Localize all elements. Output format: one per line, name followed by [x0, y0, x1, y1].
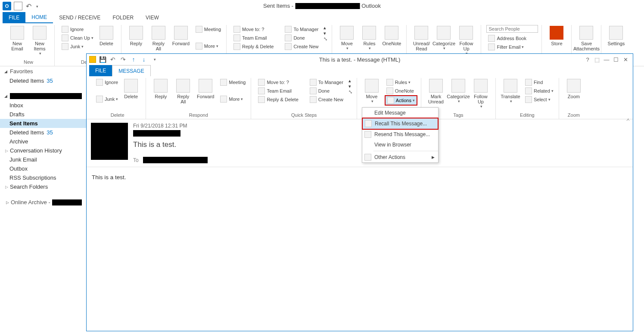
folder-archive[interactable]: Archive: [0, 137, 86, 146]
folder-rss[interactable]: RSS Subscriptions: [0, 173, 86, 182]
msg-junk-button[interactable]: Junk: [94, 95, 120, 103]
rules-button[interactable]: Rules: [358, 25, 380, 51]
store-button[interactable]: Store: [546, 25, 567, 47]
qa-customize[interactable]: [150, 56, 158, 63]
msg-delete-button[interactable]: Delete: [120, 78, 142, 100]
qs-done[interactable]: Done: [283, 34, 320, 42]
msg-qs-done[interactable]: Done: [308, 87, 345, 95]
msg-mark-unread-button[interactable]: Mark Unread: [425, 78, 447, 105]
search-people-input[interactable]: [486, 25, 538, 33]
favorites-deleted-items[interactable]: Deleted Items35: [0, 76, 86, 85]
menu-view-in-browser[interactable]: View in Browser: [362, 140, 438, 150]
redo-icon[interactable]: ↷: [119, 56, 127, 63]
qs-down[interactable]: ▾: [323, 31, 328, 36]
send-receive-qa-icon[interactable]: [14, 2, 22, 10]
msg-tab-file[interactable]: FILE: [89, 65, 112, 76]
msg-more-respond-button[interactable]: More: [218, 95, 247, 103]
reply-all-button[interactable]: Reply All: [148, 25, 169, 52]
folder-search-folders[interactable]: ▷Search Folders: [0, 182, 86, 191]
tab-send-receive[interactable]: SEND / RECEIVE: [53, 12, 106, 23]
unread-read-button[interactable]: Unread/ Read: [411, 25, 432, 52]
qs-team-email[interactable]: Team Email: [232, 34, 275, 42]
next-item-icon[interactable]: ↓: [140, 56, 148, 63]
followup-button[interactable]: Follow Up: [455, 25, 477, 56]
menu-resend-message[interactable]: Resend This Message...: [362, 129, 438, 140]
filter-email-button[interactable]: Filter Email: [486, 43, 538, 51]
tab-view[interactable]: VIEW: [140, 12, 165, 23]
msg-tab-message[interactable]: MESSAGE: [112, 65, 150, 76]
online-archive-header[interactable]: ▷Online Archive -: [0, 197, 86, 207]
forward-button[interactable]: Forward: [170, 25, 192, 47]
msg-categorize-button[interactable]: Categorize: [448, 78, 469, 104]
categorize-button[interactable]: Categorize: [433, 25, 454, 51]
minimize-button[interactable]: —: [602, 56, 611, 63]
delete-button[interactable]: Delete: [96, 25, 117, 47]
address-book-button[interactable]: Address Book: [486, 34, 538, 43]
favorites-header[interactable]: ◢Favorites: [0, 66, 86, 76]
folder-outbox[interactable]: Outbox: [0, 164, 86, 173]
menu-recall-message[interactable]: Recall This Message...: [362, 118, 439, 130]
undo-icon[interactable]: ↶: [109, 56, 117, 63]
ribbon-collapse-button[interactable]: ㅅ: [626, 117, 630, 123]
msg-onenote-button[interactable]: OneNote: [385, 87, 417, 95]
msg-forward-button[interactable]: Forward: [195, 78, 216, 100]
close-button[interactable]: ✕: [621, 56, 630, 63]
save-attachments-button[interactable]: Save Attachments: [576, 25, 597, 52]
related-button[interactable]: Related: [523, 87, 555, 95]
find-button[interactable]: Find: [523, 78, 555, 87]
msg-followup-button[interactable]: Follow Up: [470, 78, 492, 109]
move-button[interactable]: Move: [336, 25, 358, 51]
folder-drafts[interactable]: Drafts: [0, 110, 86, 119]
account-header[interactable]: ◢: [0, 91, 86, 101]
new-email-button[interactable]: New Email: [6, 25, 28, 52]
more-respond-button[interactable]: More: [194, 42, 223, 50]
zoom-button[interactable]: Zoom: [563, 78, 585, 100]
msg-actions-button[interactable]: Actions: [385, 95, 417, 106]
tab-folder[interactable]: FOLDER: [106, 12, 140, 23]
msg-meeting-button[interactable]: Meeting: [218, 78, 247, 87]
msg-qs-create-new[interactable]: Create New: [308, 95, 345, 104]
folder-sent-items[interactable]: Sent Items: [0, 119, 86, 128]
meeting-button[interactable]: Meeting: [194, 25, 223, 34]
qs-reply-delete[interactable]: Reply & Delete: [232, 42, 275, 51]
msg-reply-all-button[interactable]: Reply All: [172, 78, 194, 105]
msg-qs-reply-delete[interactable]: Reply & Delete: [256, 95, 300, 104]
translate-button[interactable]: Translate: [500, 78, 521, 104]
onenote-button[interactable]: OneNote: [381, 25, 402, 47]
msg-move-button[interactable]: Move: [361, 78, 383, 104]
msg-ignore-button[interactable]: Ignore: [94, 78, 120, 87]
cleanup-button[interactable]: Clean Up: [60, 34, 95, 42]
qs-to-manager[interactable]: To Manager: [283, 25, 320, 34]
msg-qs-team-email[interactable]: Team Email: [256, 87, 300, 95]
settings-button[interactable]: Settings: [605, 25, 627, 47]
menu-other-actions[interactable]: Other Actions▶: [362, 152, 438, 162]
msg-qs-expand[interactable]: ⤡: [348, 89, 353, 95]
maximize-button[interactable]: ☐: [611, 56, 621, 63]
msg-qs-to-manager[interactable]: To Manager: [308, 78, 345, 87]
undo-dropdown[interactable]: [35, 3, 38, 9]
folder-junk-email[interactable]: Junk Email: [0, 155, 86, 164]
msg-reply-button[interactable]: Reply: [150, 78, 171, 100]
qs-up[interactable]: ▴: [323, 25, 328, 31]
tab-home[interactable]: HOME: [25, 12, 53, 23]
save-icon[interactable]: 💾: [99, 56, 106, 63]
menu-edit-message[interactable]: Edit Message: [362, 108, 438, 118]
msg-qs-move-to[interactable]: Move to: ?: [256, 78, 300, 87]
folder-conversation-history[interactable]: ▷Conversation History: [0, 146, 86, 155]
help-icon[interactable]: ?: [583, 56, 592, 63]
ribbon-display-icon[interactable]: ⬚: [592, 56, 602, 63]
junk-button[interactable]: Junk: [60, 42, 95, 51]
previous-item-icon[interactable]: ↑: [130, 56, 137, 63]
msg-qs-up[interactable]: ▴: [348, 78, 353, 84]
ignore-button[interactable]: Ignore: [60, 25, 95, 34]
qs-move-to[interactable]: Move to: ?: [232, 25, 275, 34]
msg-rules-button[interactable]: Rules: [385, 78, 417, 87]
folder-inbox[interactable]: Inbox: [0, 101, 86, 110]
msg-qs-down[interactable]: ▾: [348, 84, 353, 89]
tab-file[interactable]: FILE: [3, 12, 25, 23]
undo-icon[interactable]: ↶: [26, 2, 31, 10]
folder-deleted-items[interactable]: Deleted Items35: [0, 128, 86, 137]
qs-create-new[interactable]: Create New: [283, 42, 320, 51]
qs-expand[interactable]: ⤡: [323, 36, 328, 42]
new-items-button[interactable]: New Items: [29, 25, 50, 56]
